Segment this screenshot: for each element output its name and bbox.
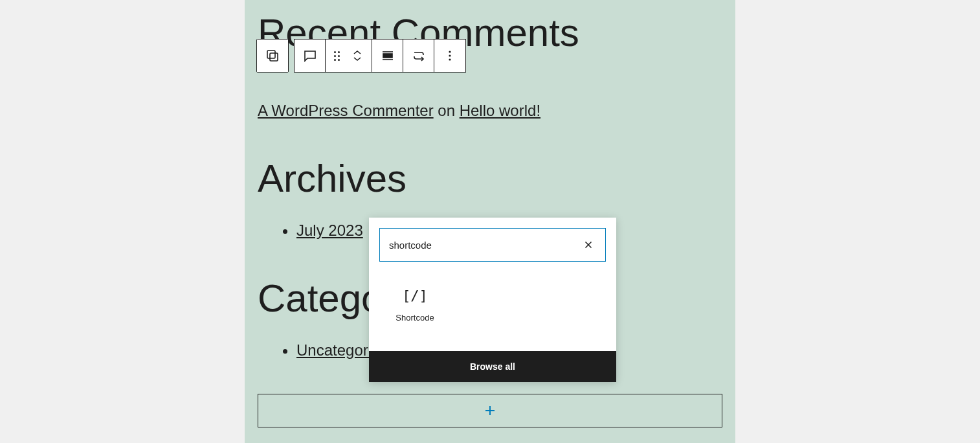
block-appender[interactable] [258,394,722,427]
options-button[interactable] [434,40,465,72]
search-results: [/] Shortcode [369,272,616,351]
heading-archives[interactable]: Archives [258,155,722,202]
align-icon [380,48,395,63]
block-search-input[interactable] [389,240,581,251]
more-vertical-icon [442,48,458,63]
clear-search-button[interactable] [581,237,596,253]
comment-post-link[interactable]: Hello world! [460,102,540,119]
block-item-label: Shortcode [395,313,434,323]
archive-link[interactable]: July 2023 [296,222,363,239]
drag-handle-icon [334,51,340,61]
svg-point-6 [449,54,451,56]
browse-all-button[interactable]: Browse all [369,351,616,382]
svg-point-5 [449,51,451,52]
shortcode-icon: [/] [402,288,428,304]
drag-move-group[interactable] [326,40,372,72]
svg-rect-0 [267,51,275,58]
comment-author-link[interactable]: A WordPress Commenter [258,102,434,119]
recent-comment-item: A WordPress Commenter on Hello world! [258,102,722,120]
group-icon [265,48,280,63]
toolbar-group-main [294,39,466,73]
block-inserter-popover: [/] Shortcode Browse all [369,218,616,382]
replace-button[interactable] [403,40,434,72]
move-arrows-icon [351,49,363,62]
align-button[interactable] [372,40,403,72]
plus-icon [482,403,498,418]
block-type-button[interactable] [295,40,326,72]
svg-rect-1 [270,53,278,61]
comments-icon [302,48,318,63]
close-icon [583,239,594,251]
svg-rect-3 [383,54,392,58]
block-toolbar [256,39,466,73]
block-item-shortcode[interactable]: [/] Shortcode [379,278,451,332]
select-parent-button[interactable] [257,40,288,72]
replace-icon [411,48,427,63]
search-input-wrapper [379,228,606,262]
svg-point-7 [449,58,451,60]
comment-on-text: on [434,102,460,119]
toolbar-group-parent [256,39,289,73]
